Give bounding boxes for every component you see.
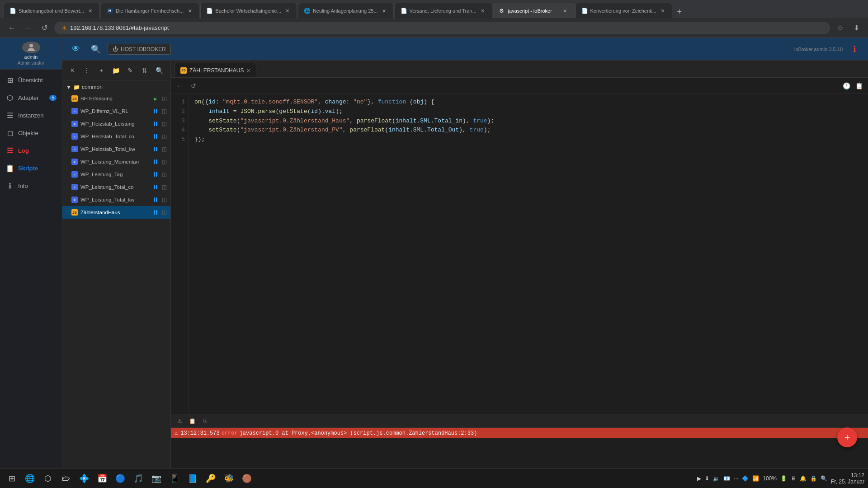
tab-close-1[interactable]: × [87,7,94,14]
action-icon-leistung-tc[interactable]: ◫ [162,184,167,190]
browser-tab-7[interactable]: 📄 Konvertierung von Zeichenk... × [576,3,672,18]
taskbar-battery-icon[interactable]: 🔋 [780,475,787,482]
script-item-wp-heizstab-leistung[interactable]: ≈ WP_Heizstab_Leistung ◫ [62,117,170,130]
console-warning-btn[interactable]: ⚠ [175,416,184,426]
action-icon-bh[interactable]: ◫ [162,95,167,102]
taskbar-bluetooth-icon[interactable]: 🔷 [742,475,749,482]
action-icon-leistung-t[interactable]: ◫ [162,171,167,178]
browser-tab-2[interactable]: H Die Hamburger Fernhochsch... × [101,3,199,18]
console-list-btn[interactable]: 📋 [187,416,197,426]
sidebar-item-skripte[interactable]: 📋 Skripte [0,160,62,177]
menu-btn[interactable]: ⋮ [80,64,93,77]
forward-button[interactable]: → [22,22,34,34]
taskbar-phone-icon[interactable]: 📱 [166,470,183,487]
taskbar-music-icon[interactable]: 🎵 [130,470,146,487]
editor-tab-close[interactable]: × [246,67,250,74]
address-input[interactable]: ⚠ 192.168.178.133:8081/#tab-javascript [54,22,830,34]
close-panel-btn[interactable]: × [66,64,79,77]
browser-tab-4[interactable]: 🌐 Neuling Anlagenplanung 25... × [298,3,394,18]
action-icon-leistung-m[interactable]: ◫ [162,159,167,165]
toolbar-eye-btn[interactable]: 👁 [68,41,84,57]
editor-files-btn[interactable]: 📋 [854,80,864,91]
taskbar-download-icon[interactable]: ⬇ [705,475,709,482]
code-content[interactable]: on({id: "mqtt.0.tele.sonoff.SENSOR", cha… [189,94,868,414]
script-item-wp-leistung-total-kw[interactable]: ≈ WP_Leistung_Total_kw ◫ [62,193,170,206]
taskbar-search-icon[interactable]: 🔍 [821,475,827,482]
browser-tab-6[interactable]: ⚙ javascript - ioBroker × [493,3,575,18]
taskbar-calendar-icon[interactable]: 📅 [94,470,110,487]
toolbar-search-btn[interactable]: 🔍 [88,41,104,57]
taskbar-mail-icon[interactable]: 📧 [723,475,730,482]
taskbar-key-icon[interactable]: 🔑 [203,470,219,487]
action-icon-heizstab-tc[interactable]: ◫ [162,133,167,140]
taskbar-fb-icon[interactable]: 📘 [184,470,201,487]
tab-close-3[interactable]: × [284,7,291,14]
tab-close-6[interactable]: × [561,7,569,14]
host-button[interactable]: ⏻ HOST IOBROKER [108,44,171,55]
sidebar-item-uebersicht[interactable]: ⊞ Übersicht [0,71,62,89]
taskbar-lock-icon[interactable]: 🔒 [810,475,817,482]
tab-close-7[interactable]: × [659,7,666,14]
taskbar-files-icon[interactable]: ⬡ [40,470,56,487]
browser-tab-3[interactable]: 📄 Bachelor Wirtschaftsingenie... × [200,3,297,18]
add-folder-btn[interactable]: 📁 [109,64,122,77]
sidebar-item-objekte[interactable]: ◻ Objekte [0,124,62,142]
script-panel: × ⋮ + 📁 ✎ ⇅ 🔍 ▼ 📁 common [62,61,868,468]
script-item-wp-leistung-momentan[interactable]: ≈ WP_Leistung_Momentan ◫ [62,155,170,168]
action-icon-leistung-kw[interactable]: ◫ [162,197,167,203]
taskbar-bee-icon[interactable]: 🐝 [221,470,237,487]
sidebar-item-log[interactable]: ☰ Log [0,142,62,160]
fab-button[interactable]: + [837,427,857,447]
taskbar-browser-icon[interactable]: 🌐 [22,470,38,487]
edit-btn[interactable]: ✎ [124,64,137,77]
back-button[interactable]: ← [5,22,18,34]
folder-header-common[interactable]: ▼ 📁 common [62,82,170,92]
taskbar-play-icon[interactable]: ▶ [697,475,701,482]
action-icon-heizstab-l[interactable]: ◫ [162,121,167,127]
sort-btn[interactable]: ⇅ [138,64,151,77]
sidebar-item-adapter[interactable]: ⬡ Adapter 5 [0,89,62,107]
taskbar-whatsapp-icon[interactable]: 🟤 [239,470,255,487]
taskbar-blue-icon[interactable]: 🔵 [112,470,128,487]
sidebar-item-info[interactable]: ℹ Info [0,177,62,195]
console-copy-btn[interactable]: ⎘ [200,416,210,426]
tab-close-4[interactable]: × [381,7,388,14]
script-item-zaehlerstandhaus[interactable]: JS ZählerstandHaus ◫ [62,206,170,219]
action-icon-zaehler[interactable]: ◫ [162,209,167,216]
taskbar-camera-icon[interactable]: 📷 [148,470,165,487]
taskbar-grid-icon[interactable]: ⊞ [4,470,20,487]
bookmark-button[interactable]: ☆ [834,22,846,34]
add-script-btn[interactable]: + [95,64,108,77]
editor-back-btn[interactable]: ← [175,80,185,91]
address-bar: ← → ↺ ⚠ 192.168.178.133:8081/#tab-javasc… [0,18,868,38]
toolbar-info-btn[interactable]: ℹ [846,41,863,57]
editor-tab-zaehlerstandhaus[interactable]: JS ZÄHLERSTANDHAUS × [175,63,256,77]
tab-close-5[interactable]: × [479,7,486,14]
taskbar-notify-icon[interactable]: 🔔 [800,475,807,482]
script-item-bh-erfassung[interactable]: JS BH Erfassung ▶ ◫ [62,92,170,105]
taskbar-sound-icon[interactable]: 🔉 [713,475,720,482]
script-item-wp-heizstab-total-kw[interactable]: ≈ WP_Heizstab_Total_kw ◫ [62,143,170,155]
browser-tab-1[interactable]: 📄 Studienangebot und Bewert... × [4,3,100,18]
search-scripts-btn[interactable]: 🔍 [153,64,165,77]
tab-close-2[interactable]: × [186,7,193,14]
sidebar-item-instanzen[interactable]: ☰ Instanzen [0,107,62,124]
script-item-wp-differnz[interactable]: ≈ WP_Differnz_VL_RL ◫ [62,105,170,117]
taskbar-wifi-icon[interactable]: 📶 [752,475,759,482]
script-item-wp-heizstab-total-co[interactable]: ≈ WP_Heizstab_Total_co ◫ [62,130,170,143]
script-item-wp-leistung-total-co[interactable]: ≈ WP_Leistung_Total_co ◫ [62,181,170,193]
code-editor[interactable]: 1 2 3 4 5 on({id: "mqtt.0.tele.sonoff.SE… [171,94,868,414]
new-tab-button[interactable]: + [673,5,686,18]
taskbar-folder-icon[interactable]: 🗁 [58,470,74,487]
script-item-wp-leistung-tag[interactable]: ≈ WP_Leistung_Tag ◫ [62,168,170,181]
taskbar-monitor-icon[interactable]: 🖥 [791,475,796,482]
editor-history-btn[interactable]: 🕐 [841,80,852,91]
action-icon-heizstab-kw[interactable]: ◫ [162,146,167,152]
taskbar-more-icon[interactable]: ··· [734,475,738,482]
reload-button[interactable]: ↺ [38,22,51,34]
download-button[interactable]: ⬇ [850,22,863,34]
editor-refresh-btn[interactable]: ↺ [188,80,199,91]
action-icon-differnz[interactable]: ◫ [162,108,167,114]
taskbar-gem-icon[interactable]: 💠 [76,470,92,487]
browser-tab-5[interactable]: 📄 Versand, Lieferung und Tran... × [395,3,492,18]
